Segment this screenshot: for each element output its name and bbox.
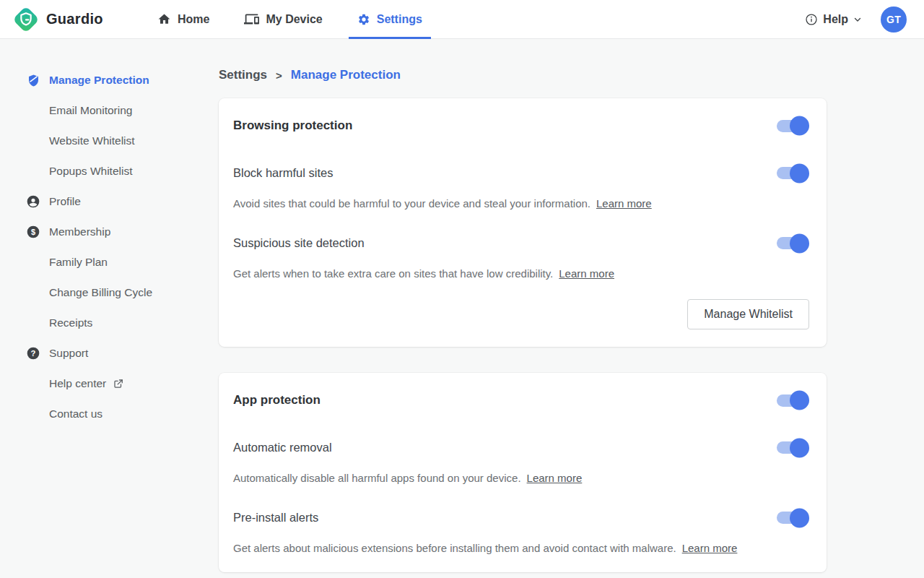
learn-more-link[interactable]: Learn more [596, 197, 652, 210]
breadcrumb-settings[interactable]: Settings [219, 68, 267, 82]
sidebar-item-website-whitelist[interactable]: Website Whitelist [26, 126, 219, 156]
sidebar-item-family-plan[interactable]: Family Plan [26, 247, 219, 277]
automatic-removal-toggle[interactable] [777, 441, 807, 454]
sidebar-label: Support [49, 347, 88, 360]
sidebar-label: Help center [49, 377, 106, 390]
setting-label: Suspicious site detection [233, 236, 365, 250]
top-nav: Home My Device Settings [140, 0, 440, 39]
sidebar-label: Website Whitelist [49, 134, 135, 147]
suspicious-site-detection-toggle[interactable] [777, 237, 807, 249]
nav-home-label: Home [178, 13, 209, 26]
nav-my-device-label: My Device [266, 13, 322, 26]
gear-icon [357, 13, 370, 26]
card-title: Browsing protection [233, 118, 352, 133]
sidebar-label: Email Monitoring [49, 104, 132, 117]
avatar[interactable]: GT [881, 7, 907, 33]
support-question-icon: ? [26, 346, 40, 361]
sidebar-label: Receipts [49, 316, 92, 329]
sidebar-item-membership[interactable]: $ Membership [26, 217, 219, 247]
nav-my-device[interactable]: My Device [227, 0, 339, 39]
svg-text:?: ? [31, 349, 36, 358]
app-protection-toggle[interactable] [777, 394, 807, 407]
pre-install-alerts-toggle[interactable] [777, 512, 807, 524]
sidebar-item-help-center[interactable]: Help center [26, 368, 219, 399]
settings-sidebar: Manage Protection Email Monitoring Websi… [0, 39, 219, 578]
header-right: Help GT [805, 7, 907, 33]
nav-settings[interactable]: Settings [340, 0, 440, 39]
card-title: App protection [233, 393, 321, 407]
setting-description: Avoid sites that could be harmful to you… [233, 197, 809, 210]
help-menu[interactable]: Help [805, 13, 862, 26]
setting-label: Pre-install alerts [233, 511, 318, 525]
svg-text:$: $ [31, 228, 35, 236]
manage-whitelist-button[interactable]: Manage Whitelist [687, 299, 809, 329]
setting-description: Get alerts about malicious extensions be… [233, 542, 809, 555]
browsing-protection-toggle[interactable] [777, 120, 807, 132]
external-link-icon [113, 379, 123, 389]
sidebar-item-change-billing-cycle[interactable]: Change Billing Cycle [26, 277, 219, 308]
guardio-logo[interactable]: Guardio [12, 5, 136, 34]
sidebar-item-support[interactable]: ? Support [26, 338, 219, 368]
sidebar-label: Family Plan [49, 256, 108, 269]
top-header: Guardio Home My Device Settings Hel [0, 0, 924, 39]
sidebar-label: Popups Whitelist [49, 165, 132, 178]
block-harmful-sites-toggle[interactable] [777, 167, 807, 179]
sidebar-item-email-monitoring[interactable]: Email Monitoring [26, 95, 219, 126]
sidebar-item-profile[interactable]: Profile [26, 186, 219, 217]
shield-icon [26, 74, 40, 87]
info-icon [805, 13, 818, 26]
setting-label: Automatic removal [233, 441, 332, 454]
breadcrumb-separator: > [276, 69, 282, 82]
nav-settings-label: Settings [377, 13, 422, 26]
main-content: Settings > Manage Protection Browsing pr… [219, 39, 827, 578]
sidebar-item-receipts[interactable]: Receipts [26, 308, 219, 338]
setting-description: Automatically disable all harmful apps f… [233, 472, 809, 485]
app-protection-card: App protection Automatic removal Automat… [219, 373, 827, 572]
help-label: Help [823, 13, 848, 26]
breadcrumb: Settings > Manage Protection [219, 68, 827, 82]
membership-dollar-icon: $ [26, 225, 40, 239]
sidebar-label: Membership [49, 225, 110, 238]
devices-icon [244, 12, 259, 27]
breadcrumb-current: Manage Protection [291, 68, 401, 82]
learn-more-link[interactable]: Learn more [527, 472, 583, 484]
home-icon [157, 12, 171, 26]
sidebar-item-popups-whitelist[interactable]: Popups Whitelist [26, 156, 219, 186]
chevron-down-icon [853, 15, 862, 24]
sidebar-label: Contact us [49, 407, 103, 420]
sidebar-label: Change Billing Cycle [49, 286, 152, 299]
guardio-logo-icon [12, 5, 40, 34]
browsing-protection-card: Browsing protection Block harmful sites … [219, 98, 827, 347]
sidebar-item-contact-us[interactable]: Contact us [26, 399, 219, 429]
learn-more-link[interactable]: Learn more [559, 267, 614, 280]
setting-description: Get alerts when to take extra care on si… [233, 267, 809, 280]
nav-home[interactable]: Home [140, 0, 227, 39]
profile-icon [26, 194, 40, 209]
sidebar-label: Manage Protection [49, 74, 149, 87]
brand-name: Guardio [46, 11, 103, 27]
sidebar-label: Profile [49, 195, 81, 208]
learn-more-link[interactable]: Learn more [682, 542, 738, 554]
sidebar-item-manage-protection[interactable]: Manage Protection [26, 65, 219, 95]
setting-label: Block harmful sites [233, 166, 333, 180]
